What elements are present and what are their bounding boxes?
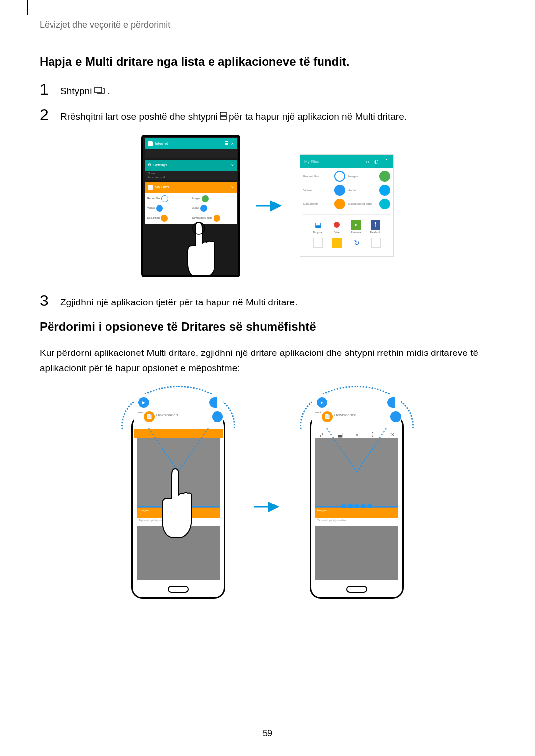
app-label-settings: Settings: [153, 163, 167, 167]
recent-apps-icon: [94, 84, 106, 99]
magnifier-bubble-left: ▶ ments 📄 Downloaded: [121, 386, 235, 465]
step-2: Rrëshqitni lart ose poshtë dhe shtypni p…: [40, 106, 495, 124]
bubble-label-downloaded: Downloaded: [155, 411, 212, 429]
document-icon: 📄: [144, 411, 155, 422]
cloud-icon: ◐: [374, 158, 379, 165]
more-icon: ⋮: [384, 158, 389, 165]
bottom-app-sub: Tap to add priority senders: [315, 518, 398, 526]
bubble-label-docs: ments: [134, 411, 144, 429]
app-icon-7: ↻: [352, 238, 362, 248]
section1-title: Hapja e Multi dritare nga lista e aplika…: [40, 55, 495, 69]
air-command-label: Air command: [148, 176, 234, 179]
figure2-left-container: ▶ ments 📄 Downloaded: [119, 391, 238, 599]
video-icon: ▶: [317, 397, 327, 408]
evernote-label: Evernote: [351, 231, 361, 234]
facebook-icon: f: [371, 220, 380, 230]
figure2-right-container: ▶ ments 📄 Downloaded ⇄ ⬓ ▫ ⛶: [297, 391, 416, 599]
page-number: 59: [263, 728, 272, 739]
split-window-icon: [220, 109, 227, 124]
panel-title: My Files: [304, 159, 361, 164]
figure2-row: ▶ ments 📄 Downloaded: [40, 391, 495, 599]
home-button-icon: [168, 586, 189, 593]
label-audio: Audio: [192, 207, 199, 209]
page-content: Lëvizjet dhe veçoritë e përdorimit Hapja…: [0, 0, 535, 599]
figure1-row: Internet × ⚙Settings × Sound Air: [40, 135, 495, 277]
page-margin-line: [27, 0, 28, 15]
svg-line-5: [149, 428, 178, 472]
figure1-phone-left: Internet × ⚙Settings × Sound Air: [141, 135, 240, 277]
figure1-panel-right: My Files ⌕ ◐ ⋮ Recent files Images Video…: [300, 154, 394, 257]
document-icon: 📄: [322, 411, 333, 422]
section2-para: Kur përdorni aplikacionet Multi dritare,…: [40, 346, 495, 376]
magnifier-bubble-right: ▶ ments 📄 Downloaded ⇄ ⬓ ▫ ⛶: [300, 386, 414, 465]
search-icon: ⌕: [366, 158, 369, 164]
app-row-1: ⬓Dropbox Drive ✦Evernote fFacebook: [303, 218, 390, 236]
files-panel-header: My Files ⌕ ◐ ⋮: [300, 155, 393, 168]
label-recent: Recent files: [303, 175, 332, 178]
bubble-label-downloaded: Downloaded: [333, 411, 390, 429]
app-icon-6: [332, 238, 342, 248]
dropbox-label: Dropbox: [313, 231, 322, 234]
step1-text-b: .: [107, 84, 110, 99]
hand-pointer-icon: [183, 218, 222, 275]
step2-text-b: për ta hapur një aplikacion në Multi dri…: [229, 109, 407, 124]
home-button-icon: [346, 586, 367, 593]
svg-line-8: [327, 428, 357, 472]
close-icon: ×: [231, 185, 234, 190]
arrow-right-icon: [253, 500, 282, 514]
step3-text: Zgjidhni një aplikacion tjetër për ta ha…: [60, 295, 297, 310]
drive-label: Drive: [334, 231, 340, 234]
bubble-label-docs: ments: [312, 411, 322, 429]
label-images: Images: [348, 175, 377, 178]
label-images: Images: [192, 197, 200, 200]
label-audio: Audio: [348, 189, 377, 192]
label-downloaded: Downloaded apps: [348, 202, 377, 206]
close-icon: ×: [231, 141, 234, 146]
section2-title: Përdorimi i opsioneve të Dritares së shu…: [40, 320, 495, 334]
svg-line-6: [178, 428, 208, 472]
resize-handle-expanded: [341, 504, 372, 508]
facebook-label: Facebook: [370, 231, 381, 234]
partial-icon: [209, 397, 217, 408]
step-3: Zgjidhni një aplikacion tjetër për ta ha…: [40, 292, 495, 310]
recent-apps-list: Internet × ⚙Settings × Sound Air: [143, 137, 238, 226]
download-icon: [390, 411, 401, 422]
arrow-right-icon: [255, 199, 285, 213]
steps-list-cont: Zgjidhni një aplikacion tjetër për ta ha…: [40, 292, 495, 310]
video-icon: ▶: [138, 397, 149, 408]
step2-text-a: Rrëshqitni lart ose poshtë dhe shtypni: [60, 109, 218, 124]
drive-icon: [332, 220, 342, 230]
label-videos: Videos: [147, 207, 155, 209]
step1-text-a: Shtypni: [60, 84, 92, 99]
breadcrumb: Lëvizjet dhe veçoritë e përdorimit: [40, 20, 495, 30]
app-body-settings: Sound Air command: [145, 171, 237, 180]
figure1-screen: Internet × ⚙Settings × Sound Air: [143, 137, 238, 275]
divider: [303, 214, 390, 215]
label-videos: Videos: [303, 189, 332, 192]
bottom-app-header: Images: [315, 508, 398, 518]
bubble-connector-lines: [317, 428, 396, 478]
app-label-files: My Files: [155, 185, 169, 189]
dropbox-icon: ⬓: [313, 220, 322, 230]
app-row-2: ↻: [303, 236, 390, 253]
app-icon-8: [371, 238, 381, 248]
label-documents: Documents: [303, 202, 332, 206]
download-icon: [212, 411, 223, 422]
svg-rect-1: [220, 112, 226, 115]
split-icon: [225, 141, 228, 145]
partial-icon: [387, 397, 395, 408]
app-card-files-header: My Files ×: [145, 182, 237, 193]
app-card-settings-header: ⚙Settings ×: [145, 160, 237, 171]
close-icon: ×: [231, 163, 234, 168]
label-recent: Recent files: [147, 197, 160, 200]
app-icon-5: [313, 238, 323, 248]
hand-pointer-icon: [156, 467, 201, 556]
svg-rect-0: [95, 87, 102, 93]
files-panel-body: Recent files Images Videos Audio Documen…: [300, 168, 393, 256]
steps-list: Shtypni . Rrëshqitni lart ose poshtë dhe…: [40, 81, 495, 125]
evernote-icon: ✦: [351, 220, 361, 230]
app-body: [145, 149, 237, 158]
step-1: Shtypni .: [40, 81, 495, 99]
svg-line-9: [357, 428, 386, 472]
split-icon: [225, 185, 228, 188]
